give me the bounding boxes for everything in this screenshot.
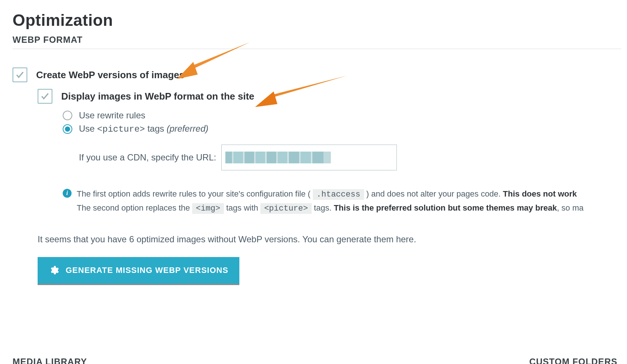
radio-rewrite[interactable]	[63, 111, 72, 120]
option-display-webp: Display images in WebP format on the sit…	[38, 89, 627, 104]
cdn-row: If you use a CDN, specify the URL:	[79, 145, 627, 170]
cdn-label: If you use a CDN, specify the URL:	[79, 152, 216, 163]
generate-webp-button-label: GENERATE MISSING WEBP VERSIONS	[66, 266, 228, 275]
section-header-media-library: MEDIA LIBRARY	[13, 357, 87, 364]
option-create-webp: Create WebP versions of images	[13, 67, 627, 82]
option-create-webp-label: Create WebP versions of images	[36, 67, 184, 82]
gear-icon	[49, 265, 59, 275]
info-icon: i	[63, 189, 72, 198]
page-title: Optimization	[13, 11, 627, 30]
checkbox-display-webp[interactable]	[38, 89, 52, 104]
generate-webp-button[interactable]: GENERATE MISSING WEBP VERSIONS	[38, 257, 239, 284]
radio-picture[interactable]	[63, 124, 72, 134]
radio-row-rewrite: Use rewrite rules	[63, 110, 627, 121]
section-header-custom-folders: CUSTOM FOLDERS	[529, 357, 617, 364]
radio-rewrite-label: Use rewrite rules	[79, 110, 145, 121]
checkmark-icon	[15, 70, 25, 80]
cdn-url-value-redacted	[225, 152, 331, 163]
checkmark-icon	[40, 91, 50, 101]
option-display-webp-label: Display images in WebP format on the sit…	[61, 89, 254, 104]
radio-group-method: Use rewrite rules Use <picture> tags (pr…	[63, 110, 627, 134]
checkbox-create-webp[interactable]	[13, 67, 27, 82]
cdn-url-input[interactable]	[221, 145, 397, 170]
section-header-webp: WEBP FORMAT	[13, 35, 621, 49]
info-text: The first option adds rewrite rules to y…	[77, 187, 583, 216]
info-block: i The first option adds rewrite rules to…	[63, 187, 627, 216]
radio-row-picture: Use <picture> tags (preferred)	[63, 124, 627, 134]
status-line: It seems that you have 6 optimized image…	[38, 234, 627, 245]
radio-picture-label: Use <picture> tags (preferred)	[79, 124, 208, 134]
footer-sections: MEDIA LIBRARY CUSTOM FOLDERS	[13, 357, 617, 364]
